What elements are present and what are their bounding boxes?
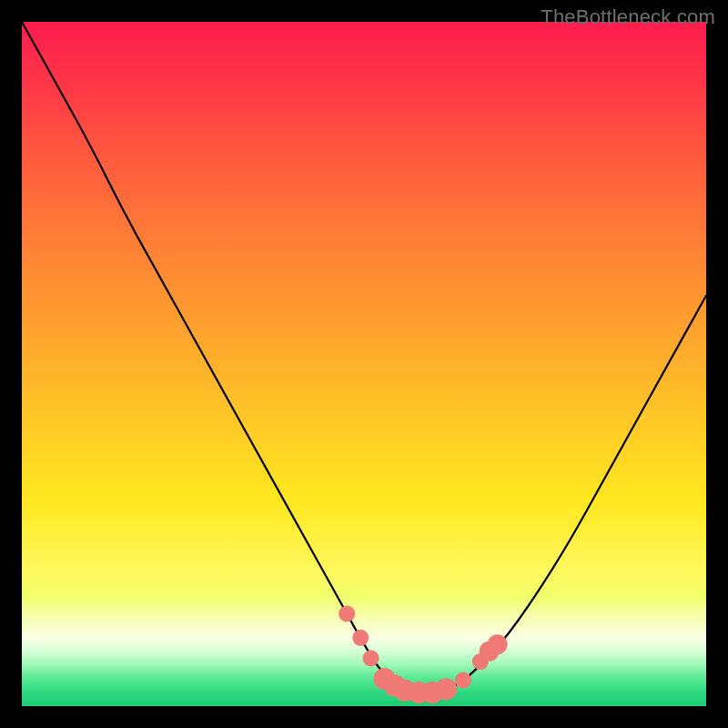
plot-gradient-background xyxy=(22,22,706,706)
chart-frame: TheBottleneck.com xyxy=(0,0,728,728)
baseline-optimal-band xyxy=(22,701,706,706)
watermark-label: TheBottleneck.com xyxy=(541,5,715,29)
